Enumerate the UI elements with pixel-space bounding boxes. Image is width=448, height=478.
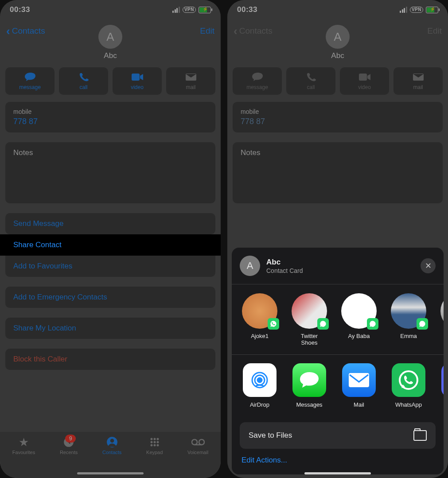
whatsapp-app-icon: [392, 363, 425, 397]
status-bar: 00:33 VPN ⚡: [227, 0, 448, 19]
add-to-emergency-row[interactable]: Add to Emergency Contacts: [5, 287, 215, 308]
phone-icon: [306, 72, 316, 82]
edit-button[interactable]: Edit: [200, 26, 214, 36]
battery-icon: ⚡: [426, 7, 438, 13]
airdrop-icon: [243, 363, 277, 397]
voicemail-icon: [191, 436, 205, 448]
home-indicator[interactable]: [77, 472, 144, 474]
video-pill[interactable]: video: [113, 67, 162, 95]
share-person[interactable]: E A: [440, 293, 444, 346]
share-sheet-header: A Abc Contact Card ✕: [232, 248, 444, 284]
call-pill[interactable]: call: [59, 67, 108, 95]
folder-icon: [413, 430, 427, 441]
share-person[interactable]: Ajoke1: [242, 293, 278, 346]
save-to-files-row[interactable]: Save to Files: [240, 422, 436, 449]
svg-point-9: [153, 441, 156, 443]
send-message-row[interactable]: Send Message: [5, 213, 215, 234]
close-icon: ✕: [425, 261, 432, 271]
share-sheet: A Abc Contact Card ✕ Ajoke1 Twitter Shoe…: [232, 248, 444, 474]
svg-point-5: [150, 438, 152, 440]
person-avatar: [341, 293, 377, 329]
person-avatar: [242, 293, 277, 329]
tab-favourites[interactable]: ★ Favourites: [12, 436, 35, 455]
svg-point-15: [199, 439, 204, 445]
svg-point-13: [156, 444, 159, 447]
block-caller-row[interactable]: Block this Caller: [5, 349, 215, 370]
star-icon: ★: [19, 436, 29, 448]
contact-avatar: A: [326, 25, 350, 49]
phone-icon: [79, 72, 89, 82]
back-button: ‹ Contacts: [234, 26, 273, 36]
phone-type-label: mobile: [13, 108, 207, 115]
share-location-row[interactable]: Share My Location: [5, 318, 215, 339]
share-person[interactable]: Ay Baba: [341, 293, 377, 346]
svg-point-19: [257, 378, 262, 382]
contact-name: Abc: [227, 51, 448, 60]
status-time: 00:33: [237, 5, 257, 14]
share-apps-row[interactable]: AirDrop Messages Mail: [232, 354, 444, 416]
svg-rect-0: [132, 74, 140, 81]
person-avatar: [440, 293, 444, 329]
tab-voicemail[interactable]: Voicemail: [187, 436, 208, 455]
phone-type-label: mobile: [241, 108, 435, 115]
phone-number-value: 778 87: [13, 117, 207, 126]
mail-pill: mail: [166, 67, 215, 95]
actions-group-4: Block this Caller: [5, 349, 215, 370]
share-app-airdrop[interactable]: AirDrop: [242, 363, 278, 408]
svg-point-14: [192, 439, 197, 445]
share-app-mail[interactable]: Mail: [341, 363, 377, 408]
tab-recents[interactable]: 9 Recents: [60, 436, 78, 455]
share-people-row[interactable]: Ajoke1 Twitter Shoes Ay Baba Emma E A: [232, 284, 444, 354]
tab-bar: ★ Favourites 9 Recents Contacts: [0, 432, 221, 478]
vpn-badge-icon: VPN: [183, 7, 196, 13]
svg-point-7: [156, 438, 159, 440]
keypad-icon: [149, 436, 160, 448]
share-subtitle: Contact Card: [266, 267, 303, 274]
status-bar: 00:33 VPN ⚡: [0, 0, 221, 19]
edit-actions-button[interactable]: Edit Actions...: [240, 449, 436, 465]
whatsapp-badge-icon: [417, 318, 428, 330]
phone-right: 00:33 VPN ⚡ ‹ Contacts Edit A Abc messag…: [227, 0, 448, 478]
status-time: 00:33: [10, 5, 30, 14]
envelope-icon: [185, 72, 197, 82]
phone-number-value: 778 87: [241, 117, 435, 126]
mail-pill: mail: [393, 67, 443, 95]
notes-card: Notes: [233, 142, 443, 203]
back-button[interactable]: ‹ Contacts: [6, 26, 45, 36]
whatsapp-badge-icon: [317, 318, 329, 330]
phone-number-card: mobile 778 87: [233, 102, 443, 132]
actions-group-3: Share My Location: [5, 318, 215, 339]
share-title: Abc: [266, 258, 303, 267]
vpn-badge-icon: VPN: [410, 7, 423, 13]
cellular-signal-icon: [400, 7, 407, 13]
svg-rect-22: [349, 373, 369, 387]
whatsapp-badge-icon: [268, 318, 279, 330]
share-avatar: A: [240, 256, 260, 276]
share-person[interactable]: Emma: [390, 293, 427, 346]
action-pills: message call video mail: [0, 60, 221, 102]
cellular-signal-icon: [172, 7, 180, 13]
close-button[interactable]: ✕: [421, 258, 436, 273]
add-to-favourites-row[interactable]: Add to Favourites: [5, 256, 215, 277]
actions-group-1: Send Message: [5, 213, 215, 234]
share-person[interactable]: Twitter Shoes: [291, 293, 327, 346]
share-app-more[interactable]: D: [440, 363, 444, 408]
notes-label: Notes: [5, 142, 215, 203]
share-contact-row[interactable]: Share Contact: [0, 234, 221, 256]
phone-left: 00:33 VPN ⚡ ‹ Contacts Edit A Abc: [0, 0, 221, 478]
phone-number-card[interactable]: mobile 778 87: [5, 102, 215, 132]
edit-button: Edit: [427, 26, 442, 36]
person-circle-icon: [106, 436, 118, 448]
message-pill: message: [233, 67, 282, 95]
messages-app-icon: [292, 363, 326, 397]
notes-card[interactable]: Notes: [5, 142, 215, 203]
home-indicator[interactable]: [304, 472, 371, 474]
share-app-messages[interactable]: Messages: [291, 363, 327, 408]
tab-contacts[interactable]: Contacts: [102, 436, 121, 455]
contact-name: Abc: [0, 51, 221, 60]
svg-point-10: [156, 441, 159, 443]
tab-keypad[interactable]: Keypad: [146, 436, 163, 455]
share-app-whatsapp[interactable]: WhatsApp: [390, 363, 427, 408]
message-pill[interactable]: message: [5, 67, 55, 95]
action-pills: message call video mail: [227, 60, 448, 102]
